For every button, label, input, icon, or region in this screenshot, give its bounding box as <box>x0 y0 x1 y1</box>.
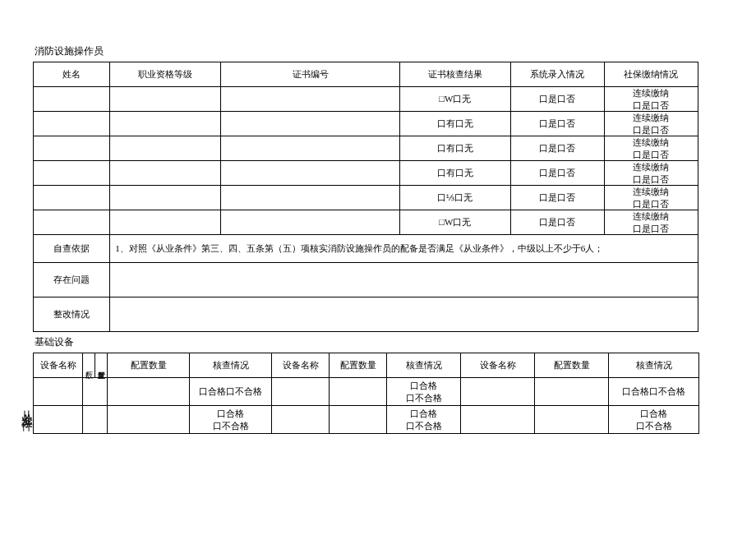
s2-cell <box>330 378 387 406</box>
cell-certcheck: 口有口无 <box>399 161 510 186</box>
cell-certno <box>221 87 400 112</box>
hdr-social: 社保缴纳情况 <box>604 62 698 87</box>
cell-social: 连续缴纳口是口否 <box>604 112 698 136</box>
side-label-practice-conditions: 从业条件 <box>21 401 35 414</box>
cell-certcheck: 口有口无 <box>399 136 510 161</box>
issues-text <box>110 263 698 297</box>
cell-name <box>34 87 110 112</box>
s2-check: 口合格口不合格 <box>190 378 272 406</box>
hdr-cfg-qty-v2: 置量配 <box>95 353 108 378</box>
cell-certno <box>221 112 400 136</box>
s2-check: 口合格口不合格 <box>609 378 699 406</box>
hdr-check-status3: 核查情况 <box>609 353 699 378</box>
cell-social: 连续缴纳口是口否 <box>604 87 698 112</box>
section1-table: 姓名 职业资格等级 证书编号 证书核查结果 系统录入情况 社保缴纳情况 □W口无… <box>33 62 698 332</box>
cell-certno <box>221 136 400 161</box>
hdr-check-status: 核查情况 <box>190 353 272 378</box>
basis-text: 1、对照《从业条件》第三、四、五条第（五）项核实消防设施操作员的配备是否满足《从… <box>110 235 698 263</box>
s2-cell <box>272 378 330 406</box>
s2-cell <box>108 406 190 434</box>
cell-sysentry: 口是口否 <box>510 136 604 161</box>
cell-sysentry: 口是口否 <box>510 112 604 136</box>
s2-cell <box>108 378 190 406</box>
cell-sysentry: 口是口否 <box>510 210 604 235</box>
cell-qual <box>110 112 221 136</box>
s2-check: 口合格口不合格 <box>387 406 461 434</box>
hdr-check-status2: 核查情况 <box>387 353 461 378</box>
cell-sysentry: 口是口否 <box>510 186 604 210</box>
cell-sysentry: 口是口否 <box>510 87 604 112</box>
hdr-cfg-qty-v1: 数厂 <box>83 353 95 378</box>
issues-label: 存在问题 <box>34 263 110 297</box>
cell-name <box>34 112 110 136</box>
s2-cell <box>272 406 330 434</box>
cell-certno <box>221 186 400 210</box>
section2-title: 基础设备 <box>33 332 698 353</box>
s2-cell <box>330 406 387 434</box>
cell-name <box>34 210 110 235</box>
s2-check: 口合格口不合格 <box>190 406 272 434</box>
cell-qual <box>110 136 221 161</box>
hdr-sys-entry: 系统录入情况 <box>510 62 604 87</box>
cell-name <box>34 186 110 210</box>
cell-social: 连续缴纳口是口否 <box>604 136 698 161</box>
cell-qual <box>110 186 221 210</box>
s2-cell <box>34 406 83 434</box>
cell-certno <box>221 210 400 235</box>
cell-social: 连续缴纳口是口否 <box>604 186 698 210</box>
hdr-cfg-qty2: 配置数量 <box>330 353 387 378</box>
cell-social: 连续缴纳口是口否 <box>604 161 698 186</box>
section2-table: 设备名称 数厂 置量配 配置数量 核查情况 设备名称 配置数量 核查情况 设备名… <box>33 353 699 434</box>
hdr-name: 姓名 <box>34 62 110 87</box>
hdr-equip-name2: 设备名称 <box>272 353 330 378</box>
cell-qual <box>110 210 221 235</box>
hdr-cert-no: 证书编号 <box>221 62 400 87</box>
cell-sysentry: 口是口否 <box>510 161 604 186</box>
hdr-equip-name3: 设备名称 <box>461 353 535 378</box>
cell-certcheck: □W口无 <box>399 210 510 235</box>
s2-cell <box>535 406 609 434</box>
rectify-text <box>110 297 698 332</box>
cell-name <box>34 136 110 161</box>
s2-cell <box>34 378 83 406</box>
cell-social: 连续缴纳口是口否 <box>604 210 698 235</box>
rectify-label: 整改情况 <box>34 297 110 332</box>
basis-label: 自查依据 <box>34 235 110 263</box>
cell-certcheck: 口⅓口无 <box>399 186 510 210</box>
s2-cell <box>461 378 535 406</box>
s2-check: 口合格口不合格 <box>609 406 699 434</box>
s2-cell <box>83 406 108 434</box>
s2-check: 口合格口不合格 <box>387 378 461 406</box>
hdr-cfg-qty3: 配置数量 <box>535 353 609 378</box>
s2-cell <box>461 406 535 434</box>
cell-name <box>34 161 110 186</box>
cell-certcheck: 口有口无 <box>399 112 510 136</box>
hdr-cert-check: 证书核查结果 <box>399 62 510 87</box>
cell-certno <box>221 161 400 186</box>
hdr-cfg-qty: 配置数量 <box>108 353 190 378</box>
s2-cell <box>535 378 609 406</box>
s2-cell <box>83 378 108 406</box>
cell-certcheck: □W口无 <box>399 87 510 112</box>
section1-title: 消防设施操作员 <box>33 41 698 62</box>
cell-qual <box>110 161 221 186</box>
cell-qual <box>110 87 221 112</box>
hdr-equip-name: 设备名称 <box>34 353 83 378</box>
hdr-qual-level: 职业资格等级 <box>110 62 221 87</box>
